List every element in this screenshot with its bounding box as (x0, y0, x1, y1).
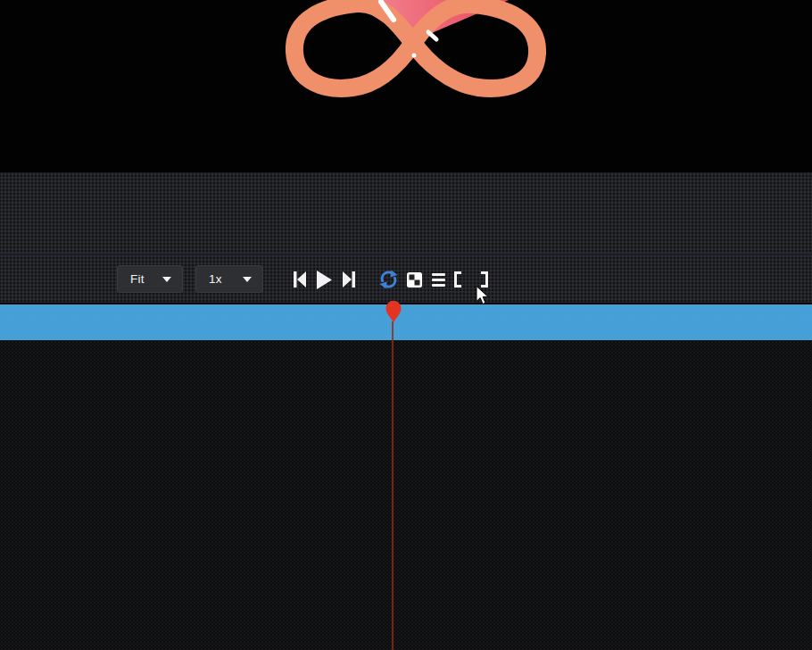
control-panel: Fit 1x (0, 172, 812, 303)
skip-to-start-icon (294, 271, 306, 288)
set-out-point-button[interactable] (477, 262, 492, 297)
play-button[interactable] (314, 262, 334, 297)
chevron-down-icon (162, 277, 171, 282)
set-in-point-button[interactable] (451, 262, 465, 297)
loop-icon (378, 270, 399, 289)
timeline-body (0, 340, 812, 650)
bracket-right-icon (481, 271, 488, 288)
fit-dropdown[interactable]: Fit (117, 265, 183, 293)
timeline-track[interactable] (0, 304, 812, 340)
menu-lines-icon (432, 273, 445, 287)
panel-divider (0, 254, 812, 255)
play-icon (317, 271, 332, 289)
animation-player-app: Fit 1x (0, 0, 812, 650)
chevron-down-icon (243, 277, 252, 282)
frame-list-button[interactable] (428, 262, 448, 297)
playhead-marker[interactable] (385, 300, 402, 323)
skip-to-start-button[interactable] (291, 262, 309, 297)
player-toolbar: Fit 1x (0, 262, 812, 297)
fit-dropdown-value: Fit (130, 272, 145, 286)
checkerboard-icon (407, 272, 422, 288)
toggle-background-button[interactable] (404, 262, 424, 297)
skip-to-end-icon (343, 271, 355, 288)
speed-dropdown-value: 1x (209, 272, 222, 286)
logo-animation (286, 0, 549, 103)
speed-dropdown[interactable]: 1x (195, 265, 263, 293)
bracket-left-icon (454, 271, 461, 288)
logo-highlight-dot (412, 54, 417, 58)
logo-highlight-dash (428, 32, 436, 39)
preview-stage (0, 0, 812, 172)
skip-to-end-button[interactable] (340, 262, 358, 297)
playhead-line (392, 321, 394, 650)
loop-button[interactable] (377, 262, 400, 297)
